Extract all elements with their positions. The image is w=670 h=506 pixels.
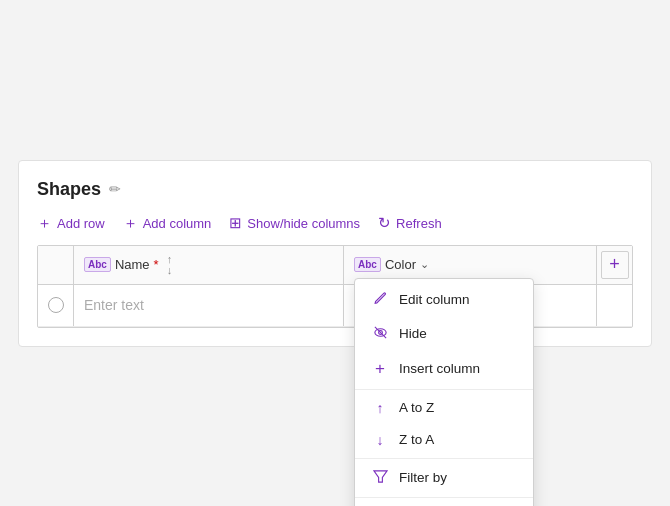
z-to-a-label: Z to A [399, 432, 434, 447]
row-checkbox[interactable] [38, 285, 74, 326]
edit-column-icon [371, 291, 389, 309]
svg-marker-3 [373, 470, 386, 481]
z-to-a-icon: ↓ [371, 432, 389, 448]
divider-2 [355, 458, 533, 459]
refresh-icon: ↻ [378, 214, 391, 232]
dropdown-item-filter-by[interactable]: Filter by [355, 461, 533, 495]
add-row-label: Add row [57, 216, 105, 231]
add-column-btn[interactable]: + [596, 246, 632, 284]
col-name-header[interactable]: Abc Name * ↑ ↓ [74, 246, 344, 284]
sort-asc-icon[interactable]: ↑ [167, 254, 173, 265]
panel-header: Shapes ✏ [37, 179, 633, 200]
show-hide-button[interactable]: ⊞ Show/hide columns [229, 214, 360, 232]
add-column-label: Add column [143, 216, 212, 231]
dropdown-item-z-to-a[interactable]: ↓ Z to A [355, 424, 533, 456]
hide-label: Hide [399, 326, 427, 341]
edit-column-label: Edit column [399, 292, 470, 307]
color-abc-badge: Abc [354, 257, 381, 272]
insert-column-icon: + [371, 359, 389, 379]
divider-1 [355, 389, 533, 390]
color-chevron-icon[interactable]: ⌄ [420, 258, 429, 271]
row-add-cell [596, 285, 632, 326]
show-hide-label: Show/hide columns [247, 216, 360, 231]
col-color-header[interactable]: Abc Color ⌄ Edit column [344, 246, 596, 284]
divider-3 [355, 497, 533, 498]
name-abc-badge: Abc [84, 257, 111, 272]
dropdown-item-a-to-z[interactable]: ↑ A to Z [355, 392, 533, 424]
panel-title: Shapes [37, 179, 101, 200]
a-to-z-icon: ↑ [371, 400, 389, 416]
dropdown-item-pin-left[interactable]: Pin left [355, 500, 533, 507]
shapes-panel: Shapes ✏ ＋ Add row ＋ Add column ⊞ Show/h… [18, 160, 652, 347]
dropdown-item-hide[interactable]: Hide [355, 317, 533, 351]
add-row-button[interactable]: ＋ Add row [37, 214, 105, 233]
insert-column-label: Insert column [399, 361, 480, 376]
a-to-z-label: A to Z [399, 400, 434, 415]
table-header-row: Abc Name * ↑ ↓ Abc Color ⌄ [38, 246, 632, 285]
data-table: Abc Name * ↑ ↓ Abc Color ⌄ [37, 245, 633, 328]
name-col-label: Abc Name * [84, 257, 159, 272]
name-col-title: Name [115, 257, 150, 272]
name-placeholder: Enter text [84, 297, 144, 313]
filter-by-label: Filter by [399, 470, 447, 485]
add-column-button[interactable]: ＋ Add column [123, 214, 212, 233]
add-column-icon: ＋ [123, 214, 138, 233]
name-cell[interactable]: Enter text [74, 285, 344, 326]
toolbar: ＋ Add row ＋ Add column ⊞ Show/hide colum… [37, 214, 633, 233]
show-hide-icon: ⊞ [229, 214, 242, 232]
name-required-star: * [154, 257, 159, 272]
add-row-icon: ＋ [37, 214, 52, 233]
name-sort-icons: ↑ ↓ [167, 254, 173, 276]
color-col-title: Color [385, 257, 416, 272]
refresh-button[interactable]: ↻ Refresh [378, 214, 442, 232]
color-col-label: Abc Color ⌄ [354, 257, 429, 272]
sort-desc-icon[interactable]: ↓ [167, 265, 173, 276]
refresh-label: Refresh [396, 216, 442, 231]
table-row: Enter text [38, 285, 632, 327]
dropdown-item-insert-column[interactable]: + Insert column [355, 351, 533, 387]
edit-icon[interactable]: ✏ [109, 181, 121, 197]
row-radio-button[interactable] [48, 297, 64, 313]
col-checkbox-header [38, 246, 74, 284]
hide-icon [371, 325, 389, 343]
dropdown-item-edit-column[interactable]: Edit column [355, 283, 533, 317]
filter-by-icon [371, 469, 389, 487]
column-context-menu: Edit column Hide [354, 278, 534, 507]
add-column-plus-button[interactable]: + [601, 251, 629, 279]
